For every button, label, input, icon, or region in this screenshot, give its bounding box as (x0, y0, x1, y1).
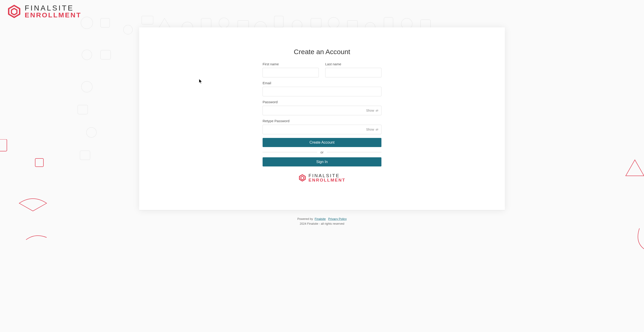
email-label: Email (262, 81, 382, 85)
last-name-input[interactable] (325, 68, 382, 77)
brand-text-bottom: ENROLLMENT (308, 178, 346, 182)
svg-rect-23 (80, 151, 90, 160)
divider-text: or (320, 150, 323, 154)
card-footer-logo: FINALSITE ENROLLMENT (262, 173, 382, 182)
divider-line (262, 152, 317, 152)
show-text: Show (366, 109, 374, 112)
finalsite-logo-icon (7, 4, 22, 19)
svg-rect-28 (0, 139, 7, 151)
retype-show-toggle[interactable]: Show (366, 128, 379, 131)
svg-point-22 (86, 127, 96, 137)
svg-rect-19 (100, 50, 110, 59)
svg-rect-29 (35, 158, 44, 167)
password-input[interactable] (262, 106, 382, 115)
privacy-policy-link[interactable]: Privacy Policy (328, 217, 347, 221)
first-name-label: First name (262, 62, 319, 66)
retype-password-label: Retype Password (262, 119, 382, 123)
svg-line-31 (376, 109, 378, 112)
copyright-text: 2024 Finalsite - all rights reserved (139, 222, 505, 225)
bg-doodles-red-right (600, 155, 644, 251)
brand-text-bottom: ENROLLMENT (25, 12, 81, 18)
retype-password-input[interactable] (262, 125, 382, 134)
sign-in-button[interactable]: Sign In (262, 157, 382, 166)
svg-rect-21 (78, 105, 88, 114)
finalsite-link[interactable]: Finalsite (315, 217, 326, 221)
create-account-button[interactable]: Create Account (262, 138, 382, 147)
divider: or (262, 150, 382, 154)
svg-point-20 (81, 81, 92, 92)
finalsite-logo-icon (298, 174, 306, 182)
eye-off-icon (375, 109, 379, 112)
first-name-input[interactable] (262, 68, 319, 77)
last-name-label: Last name (325, 62, 382, 66)
page-title: Create an Account (262, 48, 382, 56)
page-footer: Powered by Finalsite Privacy Policy 2024… (139, 210, 505, 225)
divider-line (327, 152, 382, 152)
brand-text-top: FINALSITE (308, 173, 346, 178)
eye-off-icon (375, 128, 379, 131)
powered-by-text: Powered by (297, 217, 313, 221)
password-label: Password (262, 100, 382, 104)
email-input[interactable] (262, 87, 382, 96)
svg-point-18 (82, 50, 92, 60)
svg-point-2 (124, 25, 132, 34)
password-show-toggle[interactable]: Show (366, 109, 379, 112)
show-text: Show (366, 128, 374, 131)
header-logo: FINALSITE ENROLLMENT (0, 0, 644, 23)
bg-doodles-red-left (0, 139, 49, 242)
signup-card: Create an Account First name Last name E… (139, 27, 505, 210)
svg-line-33 (376, 128, 378, 131)
brand-text-top: FINALSITE (25, 4, 81, 12)
